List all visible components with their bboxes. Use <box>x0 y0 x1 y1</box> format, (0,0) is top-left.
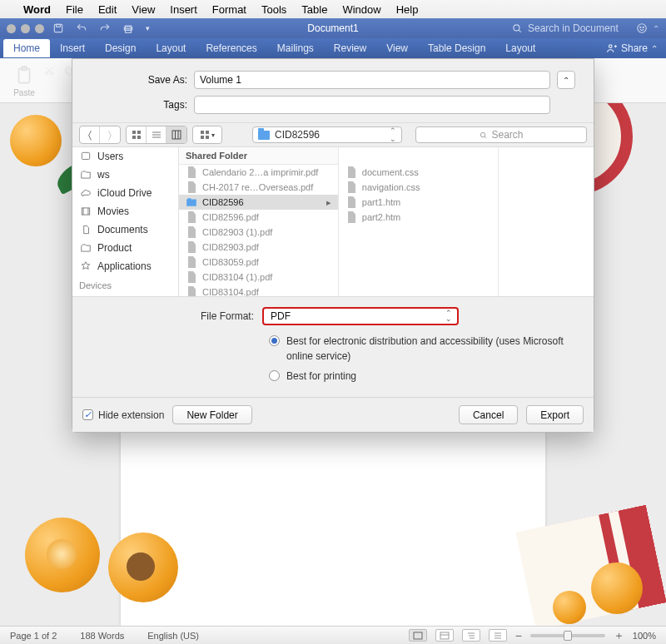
svg-rect-0 <box>54 24 62 32</box>
collapse-ribbon-icon[interactable]: ⌃ <box>653 24 659 33</box>
file-row[interactable]: document.css <box>339 165 498 180</box>
menu-window[interactable]: Window <box>342 3 380 16</box>
location-dropdown[interactable]: CID82596 ⌃⌄ <box>252 126 402 143</box>
cut-icon[interactable] <box>43 65 55 77</box>
file-icon <box>186 271 197 283</box>
zoom-value[interactable]: 100% <box>633 631 656 641</box>
tab-view[interactable]: View <box>376 38 418 58</box>
tab-home[interactable]: Home <box>3 39 50 57</box>
tab-layout[interactable]: Layout <box>146 38 196 58</box>
status-page[interactable]: Page 1 of 2 <box>10 631 57 641</box>
app-menu[interactable]: Word <box>23 3 51 16</box>
print-icon[interactable] <box>122 22 134 34</box>
nav-forward-button[interactable]: 〉 <box>100 126 120 143</box>
view-web-layout-icon[interactable] <box>435 629 454 642</box>
status-lang[interactable]: English (US) <box>147 631 199 641</box>
svg-point-38 <box>481 132 486 137</box>
undo-icon[interactable] <box>76 22 87 34</box>
macos-menubar: Word File Edit View Insert Format Tools … <box>0 0 666 18</box>
file-row[interactable]: navigation.css <box>339 180 498 195</box>
file-icon <box>186 226 197 238</box>
save-as-label: Save As: <box>87 74 187 86</box>
svg-point-5 <box>638 24 647 33</box>
sidebar-item-users[interactable]: Users <box>72 147 178 166</box>
file-row[interactable]: CID83059.pdf <box>179 255 338 270</box>
svg-point-7 <box>643 27 644 27</box>
svg-rect-24 <box>132 131 136 134</box>
tab-mailings[interactable]: Mailings <box>267 38 324 58</box>
tab-table-design[interactable]: Table Design <box>418 38 495 58</box>
file-format-dropdown[interactable]: PDF ⌃⌄ <box>262 307 459 325</box>
sidebar-item-icloud[interactable]: iCloud Drive <box>72 184 178 202</box>
file-row[interactable]: Calendario 2…a imprimir.pdf <box>179 165 338 180</box>
cancel-button[interactable]: Cancel <box>459 405 518 424</box>
file-name: CH-2017 re…Overseas.pdf <box>202 182 313 192</box>
file-icon <box>345 196 357 208</box>
file-icon <box>186 181 197 193</box>
tab-insert[interactable]: Insert <box>50 38 95 58</box>
new-folder-button[interactable]: New Folder <box>172 405 251 424</box>
zoom-slider[interactable] <box>530 634 605 637</box>
file-row[interactable]: CID83104.pdf <box>179 285 338 296</box>
status-words[interactable]: 188 Words <box>80 631 124 641</box>
file-row[interactable]: part2.htm <box>339 210 498 225</box>
group-by-button[interactable]: ▾ <box>193 126 221 143</box>
titlebar-search[interactable] <box>511 22 628 34</box>
sidebar-item-documents[interactable]: Documents <box>72 220 178 239</box>
menu-tools[interactable]: Tools <box>261 3 286 16</box>
file-row[interactable]: part1.htm <box>339 195 498 210</box>
redo-icon[interactable] <box>99 22 111 34</box>
save-as-input[interactable] <box>194 71 550 89</box>
dialog-search[interactable]: Search <box>415 126 587 143</box>
svg-rect-36 <box>201 136 204 139</box>
zoom-out-button[interactable]: − <box>515 629 522 642</box>
save-icon[interactable] <box>52 22 64 34</box>
zoom-in-button[interactable]: ＋ <box>614 628 624 643</box>
menu-table[interactable]: Table <box>301 3 327 16</box>
share-button[interactable]: Share⌃ <box>606 42 666 54</box>
ribbon-tabs: Home Insert Design Layout References Mai… <box>0 38 666 58</box>
view-outline-icon[interactable] <box>462 629 480 642</box>
radio-best-for-printing[interactable]: Best for printing <box>269 369 579 384</box>
file-row[interactable]: CID83104 (1).pdf <box>179 270 338 285</box>
view-icons-button[interactable] <box>127 126 147 143</box>
view-draft-icon[interactable] <box>489 629 507 642</box>
sidebar-item-ws[interactable]: ws <box>72 166 178 184</box>
paste-button[interactable]: Paste <box>7 63 42 97</box>
titlebar-search-input[interactable] <box>528 22 628 34</box>
menu-insert[interactable]: Insert <box>170 3 197 16</box>
view-print-layout-icon[interactable] <box>409 629 427 642</box>
tab-design[interactable]: Design <box>95 38 146 58</box>
feedback-icon[interactable] <box>636 22 648 34</box>
file-row[interactable]: CID82596.pdf <box>179 210 338 225</box>
export-button[interactable]: Export <box>526 405 584 424</box>
nav-back-button[interactable]: 〈 <box>80 126 100 143</box>
menu-file[interactable]: File <box>66 3 83 16</box>
collapse-dialog-button[interactable]: ⌃ <box>557 71 575 89</box>
menu-edit[interactable]: Edit <box>98 3 117 16</box>
menu-view[interactable]: View <box>132 3 155 16</box>
sidebar-item-applications[interactable]: Applications <box>72 257 178 275</box>
sidebar-item-product[interactable]: Product <box>72 239 178 257</box>
view-list-button[interactable] <box>147 126 166 143</box>
menu-help[interactable]: Help <box>396 3 419 16</box>
hide-extension-checkbox[interactable]: ✓Hide extension <box>82 409 164 421</box>
file-row[interactable]: CH-2017 re…Overseas.pdf <box>179 180 338 195</box>
view-columns-button[interactable] <box>166 126 186 143</box>
svg-rect-16 <box>440 632 449 639</box>
window-controls[interactable] <box>7 24 44 33</box>
file-row[interactable]: CID82596▸ <box>179 195 338 210</box>
tab-review[interactable]: Review <box>324 38 376 58</box>
file-name: CID82596 <box>202 197 244 207</box>
file-row[interactable]: CID82903.pdf <box>179 240 338 255</box>
file-row[interactable]: CID82903 (1).pdf <box>179 225 338 240</box>
sidebar-item-movies[interactable]: Movies <box>72 202 178 220</box>
quick-access-toolbar: ▾ <box>52 22 150 34</box>
tags-input[interactable] <box>194 96 550 114</box>
tab-table-layout[interactable]: Layout <box>495 38 545 58</box>
sidebar-item-remote-disc[interactable]: Remote Disc <box>72 292 178 296</box>
qat-more-icon[interactable]: ▾ <box>146 24 150 32</box>
radio-electronic-distribution[interactable]: Best for electronic distribution and acc… <box>269 334 579 364</box>
tab-references[interactable]: References <box>196 38 266 58</box>
menu-format[interactable]: Format <box>212 3 246 16</box>
